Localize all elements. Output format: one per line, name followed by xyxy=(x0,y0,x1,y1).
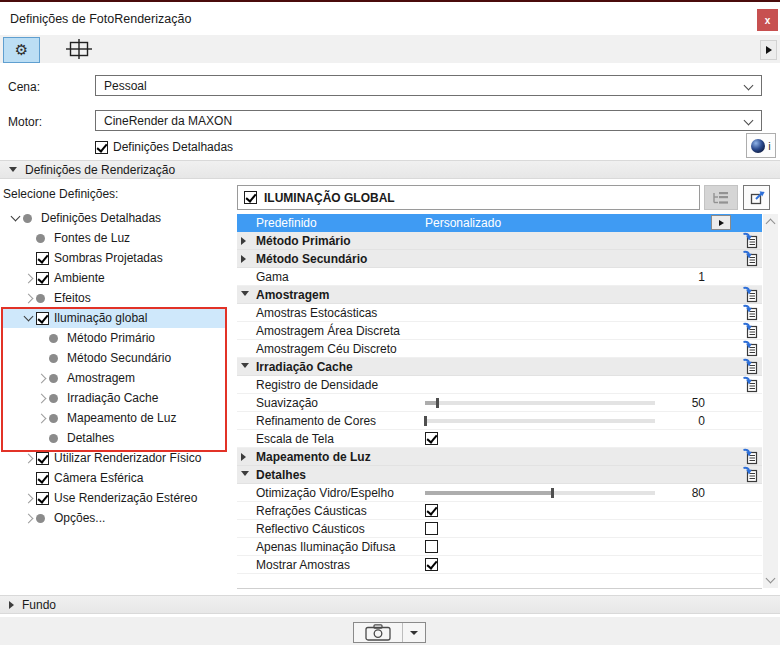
setting-row[interactable]: Amostragem xyxy=(237,286,762,304)
setting-checkbox[interactable] xyxy=(425,540,438,553)
expand-arrow-slot[interactable] xyxy=(20,455,36,462)
render-settings-section-bar[interactable]: Definições de Renderização xyxy=(0,160,780,179)
setting-row[interactable]: Suavização50 xyxy=(237,394,762,412)
tree-checkbox[interactable] xyxy=(36,312,49,325)
setting-row[interactable]: Amostras Estocásticas xyxy=(237,304,762,322)
tree-checkbox[interactable] xyxy=(36,252,49,265)
setting-row[interactable]: Amostragem Céu Discreto xyxy=(237,340,762,358)
expand-arrow-slot[interactable] xyxy=(20,295,36,302)
tree-item[interactable]: Utilizar Renderizador Físico xyxy=(1,448,225,468)
tree-item[interactable]: Fontes de Luz xyxy=(1,228,225,248)
vertical-scrollbar[interactable] xyxy=(763,214,778,588)
size-tab-button[interactable] xyxy=(64,38,94,60)
tree-item[interactable]: Detalhes xyxy=(1,428,225,448)
setting-row[interactable]: Mapeamento de Luz xyxy=(237,448,762,466)
collapse-triangle-icon[interactable] xyxy=(241,471,249,476)
tree-item[interactable]: Amostragem xyxy=(1,368,225,388)
link-icon[interactable] xyxy=(742,322,759,339)
setting-row[interactable]: Método Secundário xyxy=(237,250,762,268)
tree-item[interactable]: Câmera Esférica xyxy=(1,468,225,488)
collapse-triangle-icon[interactable] xyxy=(241,291,249,296)
setting-row[interactable]: Refrações Cáusticas xyxy=(237,502,762,520)
setting-row[interactable]: Mostrar Amostras xyxy=(237,556,762,574)
setting-slider[interactable] xyxy=(425,491,655,495)
setting-row[interactable]: Método Primário xyxy=(237,232,762,250)
scene-select[interactable]: Pessoal xyxy=(95,75,762,96)
expand-arrow-slot[interactable] xyxy=(33,375,49,382)
tree-item[interactable]: Método Primário xyxy=(1,328,225,348)
expand-triangle-icon[interactable] xyxy=(241,453,246,461)
link-icon[interactable] xyxy=(742,304,759,321)
setting-row[interactable]: Registro de Densidade xyxy=(237,376,762,394)
setting-row[interactable]: Irradiação Cache xyxy=(237,358,762,376)
tree-item[interactable]: Opções... xyxy=(1,508,225,528)
setting-slider[interactable] xyxy=(425,401,655,405)
setting-checkbox[interactable] xyxy=(425,504,438,517)
render-options-dropdown[interactable] xyxy=(403,623,425,642)
setting-checkbox[interactable] xyxy=(425,432,438,445)
close-button[interactable]: x xyxy=(757,9,778,31)
tree-view-button[interactable] xyxy=(704,185,738,210)
tree-item[interactable]: Mapeamento de Luz xyxy=(1,408,225,428)
open-in-new-panel-button[interactable] xyxy=(743,185,770,210)
collapse-triangle-icon[interactable] xyxy=(241,363,249,368)
preset-menu-button[interactable] xyxy=(711,215,731,230)
expand-arrow-slot[interactable] xyxy=(33,395,49,402)
link-icon[interactable] xyxy=(742,358,759,375)
tree-checkbox[interactable] xyxy=(36,272,49,285)
tree-item[interactable]: Irradiação Cache xyxy=(1,388,225,408)
tree-item[interactable]: Iluminação global xyxy=(1,308,225,328)
info-label: i xyxy=(768,140,770,152)
slider-thumb[interactable] xyxy=(551,488,554,498)
link-icon[interactable] xyxy=(742,232,759,249)
detailed-settings-checkbox[interactable]: Definições Detalhadas xyxy=(95,140,233,154)
tree-item[interactable]: Ambiente xyxy=(1,268,225,288)
link-icon[interactable] xyxy=(742,340,759,357)
link-icon[interactable] xyxy=(742,466,759,483)
preset-value: Personalizado xyxy=(425,214,501,232)
expand-arrow-slot[interactable] xyxy=(20,495,36,502)
setting-row[interactable]: Escala de Tela xyxy=(237,430,762,448)
expand-arrow-slot[interactable] xyxy=(7,216,23,220)
settings-tab-button[interactable]: ⚙ xyxy=(3,37,40,63)
setting-checkbox[interactable] xyxy=(425,558,438,571)
slider-thumb[interactable] xyxy=(436,398,439,408)
preset-row[interactable]: PredefinidoPersonalizado xyxy=(237,214,762,232)
tree-item[interactable]: Definições Detalhadas xyxy=(1,208,225,228)
expand-arrow-slot[interactable] xyxy=(20,515,36,522)
tree-item[interactable]: Use Renderização Estéreo xyxy=(1,488,225,508)
toolbar-overflow-button[interactable] xyxy=(760,40,777,60)
setting-row[interactable]: Apenas Iluminação Difusa xyxy=(237,538,762,556)
dot-icon xyxy=(36,234,45,243)
tree-checkbox[interactable] xyxy=(36,472,49,485)
expand-triangle-icon[interactable] xyxy=(241,237,246,245)
render-settings-section-title: Definições de Renderização xyxy=(25,163,175,177)
global-illumination-checkbox[interactable] xyxy=(244,191,257,204)
tree-checkbox[interactable] xyxy=(36,492,49,505)
setting-row[interactable]: Refinamento de Cores0 xyxy=(237,412,762,430)
setting-row[interactable]: Gama1 xyxy=(237,268,762,286)
link-icon[interactable] xyxy=(742,286,759,303)
expand-arrow-slot[interactable] xyxy=(33,415,49,422)
expand-arrow-slot[interactable] xyxy=(20,316,36,320)
setting-row[interactable]: Detalhes xyxy=(237,466,762,484)
tree-checkbox[interactable] xyxy=(36,452,49,465)
render-camera-button[interactable] xyxy=(354,623,403,642)
link-icon[interactable] xyxy=(742,448,759,465)
slider-thumb[interactable] xyxy=(424,416,427,426)
setting-checkbox[interactable] xyxy=(425,522,438,535)
engine-select[interactable]: CineRender da MAXON xyxy=(95,110,762,131)
tree-item[interactable]: Método Secundário xyxy=(1,348,225,368)
setting-slider[interactable] xyxy=(425,419,655,423)
tree-item[interactable]: Efeitos xyxy=(1,288,225,308)
tree-item[interactable]: Sombras Projetadas xyxy=(1,248,225,268)
setting-row[interactable]: Reflectivo Cáusticos xyxy=(237,520,762,538)
expand-arrow-slot[interactable] xyxy=(20,275,36,282)
expand-triangle-icon[interactable] xyxy=(241,255,246,263)
link-icon[interactable] xyxy=(742,376,759,393)
background-section-bar[interactable]: Fundo xyxy=(0,595,780,614)
setting-row[interactable]: Otimização Vidro/Espelho80 xyxy=(237,484,762,502)
engine-info-button[interactable]: i xyxy=(746,133,776,158)
setting-row[interactable]: Amostragem Área Discreta xyxy=(237,322,762,340)
link-icon[interactable] xyxy=(742,250,759,267)
